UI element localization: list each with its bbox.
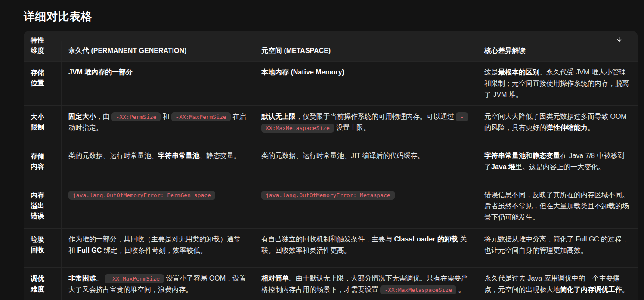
text-segment: 类的元数据、运行时常量池、 [68, 152, 158, 159]
text-segment: 字符串常量池 [158, 152, 199, 159]
cell-analysis: 错误信息不同，反映了其所在的内存区域不同。后者虽然不常见，但在大量加载类且不卸载… [477, 184, 638, 228]
table-row: 内存 溢出 错误 java.lang.OutOfMemoryError: Per… [24, 184, 638, 228]
row-label-oom-error: 内存 溢出 错误 [24, 184, 61, 228]
row-label-tuning-difficulty: 调优 难度 [24, 268, 61, 300]
row-label-size-limit: 大小 限制 [24, 106, 61, 145]
text-segment: 和 [526, 152, 533, 159]
cell-analysis: 元空间大大降低了因类元数据过多而导致 OOM 的风险，具有更好的弹性伸缩能力。 [477, 106, 638, 145]
cell-metaspace: 默认无上限，仅受限于当前操作系统的可用物理内存。可以通过 -XX:MaxMeta… [254, 106, 477, 145]
text-segment: ClassLoader 的卸载 [394, 235, 458, 243]
row-label-storage-content: 存储 内容 [24, 145, 61, 184]
text-segment: 设置上限。 [334, 124, 370, 131]
inline-code: java.lang.OutOfMemoryError: PermGen spac… [68, 191, 215, 200]
table-row: 存储 位置 JVM 堆内存的一部分 本地内存 (Native Memory) 这… [24, 61, 638, 105]
text-segment: Java 堆 [491, 163, 515, 170]
text-segment: 非常困难 [68, 275, 96, 282]
cell-permgen: 固定大小，由 -XX:PermSize 和 -XX:MaxPermSize 在启… [61, 106, 254, 145]
text-segment: 有自己独立的回收机制和触发条件，主要与 [261, 235, 394, 243]
cell-analysis: 将元数据从堆中分离，简化了 Full GC 的过程，也让元空间自身的管理更加高效… [477, 229, 638, 267]
table-row: 大小 限制 固定大小，由 -XX:PermSize 和 -XX:MaxPermS… [24, 105, 638, 145]
cell-analysis: 这是最根本的区别。永久代受 JVM 堆大小管理和限制；元空间直接使用操作系统的内… [477, 62, 638, 105]
table-row: 垃圾 回收 作为堆的一部分，其回收（主要是对无用类的卸载）通常和 Full GC… [24, 228, 638, 267]
table-row: 调优 难度 非常困难。 -XX:MaxPermSize 设置小了容易 OOM，设… [24, 267, 638, 300]
cell-metaspace: 类的元数据、运行时常量池、JIT 编译后的代码缓存。 [254, 145, 477, 184]
header-feature-dimension: 特性 维度 [24, 31, 61, 61]
cell-permgen: java.lang.OutOfMemoryError: PermGen spac… [61, 184, 254, 228]
inline-code: -XX:PermSize [111, 112, 161, 121]
text-segment: 本地内存 (Native Memory) [261, 68, 344, 76]
text-segment: 。 [456, 286, 465, 293]
text-segment: 、静态变量。 [199, 152, 241, 159]
inline-code: java.lang.OutOfMemoryError: Metaspace [261, 191, 395, 200]
header-permgen: 永久代 (PERMANENT GENERATION) [61, 41, 254, 61]
table-row: 存储 内容 类的元数据、运行时常量池、字符串常量池、静态变量。 类的元数据、运行… [24, 145, 638, 184]
text-segment: 里。这是内容上的一大变化。 [515, 163, 605, 170]
text-segment: 和 [161, 113, 171, 120]
text-segment: ，由 [96, 113, 111, 120]
text-segment: ，仅受限于当前操作系统的可用物理内存。可以通过 [296, 113, 456, 120]
cell-permgen: 非常困难。 -XX:MaxPermSize 设置小了容易 OOM，设置大了又会挤… [61, 268, 254, 300]
download-icon [615, 36, 623, 44]
inline-code: -XX:MaxPermSize [105, 274, 164, 283]
table-header-row: 特性 维度 永久代 (PERMANENT GENERATION) 元空间 (ME… [24, 31, 638, 61]
text-segment: 最根本的区别 [498, 68, 539, 76]
row-label-garbage-collection: 垃圾 回收 [24, 229, 61, 267]
text-segment: JVM 堆内存的一部分 [68, 68, 133, 76]
cell-analysis: 永久代是过去 Java 应用调优中的一个主要痛点，元空间的出现极大地简化了内存调… [477, 268, 638, 300]
cell-metaspace: 相对简单。由于默认无上限，大部分情况下无需调优。只有在需要严格控制内存占用的场景… [254, 268, 477, 300]
cell-metaspace: 本地内存 (Native Memory) [254, 62, 477, 105]
row-label-storage-location: 存储 位置 [24, 62, 61, 105]
text-segment: 弹性伸缩能力 [546, 124, 588, 131]
comparison-table: 特性 维度 永久代 (PERMANENT GENERATION) 元空间 (ME… [24, 31, 638, 300]
cell-permgen: 作为堆的一部分，其回收（主要是对无用类的卸载）通常和 Full GC 绑定，回收… [61, 229, 254, 267]
download-button[interactable] [613, 34, 625, 46]
text-segment: 静态变量 [533, 152, 560, 159]
text-segment: 将元数据从堆中分离，简化了 Full GC 的过程，也让元空间自身的管理更加高效… [484, 235, 629, 254]
cell-permgen: JVM 堆内存的一部分 [61, 62, 254, 105]
cell-metaspace: java.lang.OutOfMemoryError: Metaspace [254, 184, 477, 228]
text-segment: 。 [588, 124, 594, 131]
cell-analysis: 字符串常量池和静态变量在 Java 7/8 中被移到了Java 堆里。这是内容上… [477, 145, 638, 184]
text-segment: 类的元数据、运行时常量池、JIT 编译后的代码缓存。 [261, 152, 424, 159]
text-segment: 默认无上限 [261, 113, 296, 120]
text-segment: 这是 [484, 68, 498, 76]
text-segment: 相对简单 [261, 275, 289, 282]
text-segment: 字符串常量池 [484, 152, 526, 159]
text-segment: 。 [622, 286, 629, 293]
inline-code: -XX:MaxPermSize [171, 112, 230, 121]
cell-metaspace: 有自己独立的回收机制和触发条件，主要与 ClassLoader 的卸载 关联。回… [254, 229, 477, 267]
header-metaspace: 元空间 (METASPACE) [254, 41, 477, 61]
inline-code: -XX:MaxMetaspaceSize [380, 285, 456, 294]
page-title: 详细对比表格 [24, 9, 644, 24]
text-segment: 简化了内存调优工作 [560, 286, 622, 293]
cell-permgen: 类的元数据、运行时常量池、字符串常量池、静态变量。 [61, 145, 254, 184]
text-segment: Full GC [77, 247, 102, 254]
text-segment: 绑定，回收条件苛刻，效率较低。 [102, 247, 207, 254]
text-segment: 固定大小 [68, 113, 96, 120]
text-segment: 错误信息不同，反映了其所在的内存区域不同。后者虽然不常见，但在大量加载类且不卸载… [484, 191, 629, 221]
text-segment: 。 [96, 275, 105, 282]
